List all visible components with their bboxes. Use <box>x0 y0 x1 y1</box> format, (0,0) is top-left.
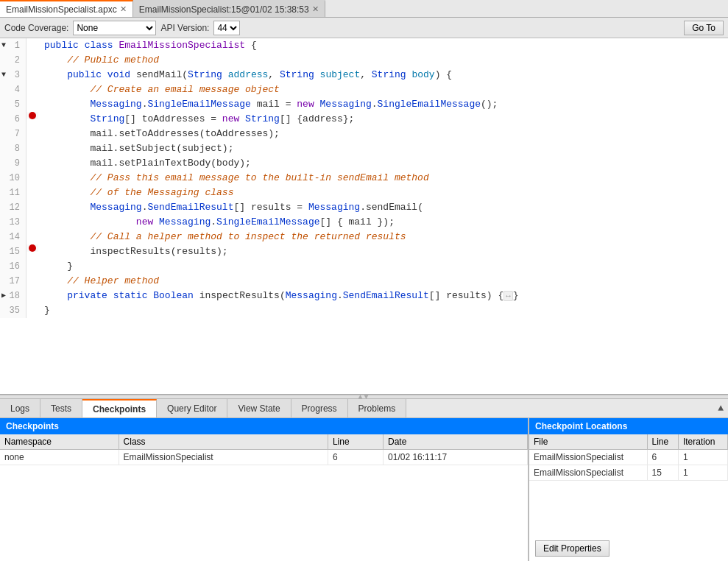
location-line-2: 15 <box>647 465 678 481</box>
goto-button[interactable]: Go To <box>684 21 724 35</box>
breakpoint-15[interactable] <box>26 244 38 252</box>
line-number-35: 35 <box>0 303 26 318</box>
code-text-1: public class EmailMissionSpecialist { <box>38 38 257 53</box>
col-date: Date <box>384 434 528 450</box>
code-text-11: // of the Messaging class <box>38 186 233 200</box>
code-line-10: 10 // Pass this email message to the bui… <box>0 171 728 186</box>
line-number-14: 14 <box>0 230 26 244</box>
tab-label-1: EmailMissionSpecialist.apxc <box>6 4 117 15</box>
code-text-7: mail.setToAddresses(toAddresses); <box>38 127 280 141</box>
breakpoint-6[interactable] <box>26 112 38 119</box>
line-number-16: 16 <box>0 259 26 274</box>
tab-editor-2[interactable]: EmailMissionSpecialist:15@01/02 15:38:53… <box>133 0 325 17</box>
line-number-4: 4 <box>0 82 26 97</box>
tab-editor-1[interactable]: EmailMissionSpecialist.apxc ✕ <box>0 0 133 17</box>
location-file-2: EmailMissionSpecialist <box>529 465 647 481</box>
breakpoint-dot-15 <box>29 244 36 252</box>
location-line-1: 6 <box>647 450 678 465</box>
breakpoint-dot-6 <box>29 112 36 119</box>
line-number-12: 12 <box>0 200 26 215</box>
col-namespace: Namespace <box>0 434 119 450</box>
code-coverage-label: Code Coverage: <box>4 23 68 33</box>
tab-progress[interactable]: Progress <box>291 399 348 417</box>
code-text-10: // Pass this email message to the built-… <box>38 171 429 186</box>
tab-bar: EmailMissionSpecialist.apxc ✕ EmailMissi… <box>0 0 728 18</box>
tab-problems[interactable]: Problems <box>348 399 407 417</box>
line-number-9: 9 <box>0 156 26 171</box>
code-text-16: } <box>38 259 73 274</box>
code-text-35: } <box>38 303 50 318</box>
code-text-2: // Public method <box>38 53 159 68</box>
code-text-15: inspectResults(results); <box>38 244 228 259</box>
loc-col-iteration: Iteration <box>678 434 727 450</box>
line-number-17: 17 <box>0 274 26 289</box>
tab-label-2: EmailMissionSpecialist:15@01/02 15:38:53 <box>139 4 309 15</box>
checkpoint-line-1: 6 <box>328 450 383 465</box>
line-number-15: 15 <box>0 244 26 259</box>
tab-checkpoints[interactable]: Checkpoints <box>82 399 157 417</box>
checkpoint-date-1: 01/02 16:11:17 <box>384 450 528 465</box>
code-text-8: mail.setSubject(subject); <box>38 141 233 156</box>
location-row-1[interactable]: EmailMissionSpecialist 6 1 <box>529 450 728 465</box>
code-line-5: 5 Messaging.SingleEmailMessage mail = ne… <box>0 97 728 112</box>
code-text-6: String[] toAddresses = new String[] {add… <box>38 112 354 127</box>
code-line-6: 6 String[] toAddresses = new String[] {a… <box>0 112 728 127</box>
checkpoints-header: Checkpoints <box>0 418 528 434</box>
location-row-2[interactable]: EmailMissionSpecialist 15 1 <box>529 465 728 481</box>
location-iteration-2: 1 <box>678 465 727 481</box>
code-line-7: 7 mail.setToAddresses(toAddresses); <box>0 127 728 141</box>
line-number-6: 6 <box>0 112 26 127</box>
tab-view-state[interactable]: View State <box>227 399 291 417</box>
code-line-12: 12 Messaging.SendEmailResult[] results =… <box>0 200 728 215</box>
tab-logs[interactable]: Logs <box>0 399 40 417</box>
code-text-14: // Call a helper method to inspect the r… <box>38 230 406 244</box>
tab-query-editor[interactable]: Query Editor <box>157 399 227 417</box>
edit-properties-button[interactable]: Edit Properties <box>535 540 609 557</box>
code-text-5: Messaging.SingleEmailMessage mail = new … <box>38 97 498 112</box>
loc-col-file: File <box>529 434 647 450</box>
line-number-10: 10 <box>0 171 26 186</box>
line-number-3: 3 <box>0 68 26 82</box>
tab-close-1[interactable]: ✕ <box>120 4 127 14</box>
line-number-18: 18 <box>0 289 26 303</box>
api-version-select[interactable]: 44 45 46 <box>213 21 240 35</box>
col-class: Class <box>119 434 328 450</box>
panel-expand-button[interactable]: ▲ <box>713 399 728 417</box>
code-text-4: // Create an email message object <box>38 82 280 97</box>
tab-tests[interactable]: Tests <box>40 399 82 417</box>
code-line-2: 2 // Public method <box>0 53 728 68</box>
code-line-1: 1 public class EmailMissionSpecialist { <box>0 38 728 53</box>
checkpoint-locations-panel: Checkpoint Locations File Line Iteration… <box>529 418 728 561</box>
checkpoint-row-1[interactable]: none EmailMissionSpecialist 6 01/02 16:1… <box>0 450 528 465</box>
api-version-label: API Version: <box>160 23 209 33</box>
code-text-13: new Messaging.SingleEmailMessage[] { mai… <box>38 215 395 230</box>
line-number-8: 8 <box>0 141 26 156</box>
location-file-1: EmailMissionSpecialist <box>529 450 647 465</box>
line-number-5: 5 <box>0 97 26 112</box>
bottom-panel: Logs Tests Checkpoints Query Editor View… <box>0 399 728 561</box>
code-text-9: mail.setPlainTextBody(body); <box>38 156 251 171</box>
code-line-13: 13 new Messaging.SingleEmailMessage[] { … <box>0 215 728 230</box>
bottom-content: Checkpoints Namespace Class Line Date no… <box>0 418 728 561</box>
checkpoints-left-panel: Checkpoints Namespace Class Line Date no… <box>0 418 529 561</box>
line-number-13: 13 <box>0 215 26 230</box>
code-container[interactable]: 1 public class EmailMissionSpecialist { … <box>0 38 728 394</box>
line-number-2: 2 <box>0 53 26 68</box>
checkpoint-class-1: EmailMissionSpecialist <box>119 450 328 465</box>
code-line-14: 14 // Call a helper method to inspect th… <box>0 230 728 244</box>
code-line-8: 8 mail.setSubject(subject); <box>0 141 728 156</box>
line-number-11: 11 <box>0 186 26 200</box>
location-iteration-1: 1 <box>678 450 727 465</box>
code-text-12: Messaging.SendEmailResult[] results = Me… <box>38 200 423 215</box>
code-line-35: 35 } <box>0 303 728 318</box>
editor-area: 1 public class EmailMissionSpecialist { … <box>0 38 728 395</box>
line-number-7: 7 <box>0 127 26 141</box>
code-text-18: private static Boolean inspectResults(Me… <box>38 289 519 303</box>
checkpoint-locations-header: Checkpoint Locations <box>529 418 728 434</box>
code-line-16: 16 } <box>0 259 728 274</box>
checkpoint-locations-table: File Line Iteration EmailMissionSpeciali… <box>529 434 728 536</box>
checkpoint-namespace-1: none <box>0 450 119 465</box>
tab-close-2[interactable]: ✕ <box>312 4 319 14</box>
code-coverage-select[interactable]: None All Only My Classes <box>73 21 156 35</box>
toolbar: Code Coverage: None All Only My Classes … <box>0 18 728 38</box>
